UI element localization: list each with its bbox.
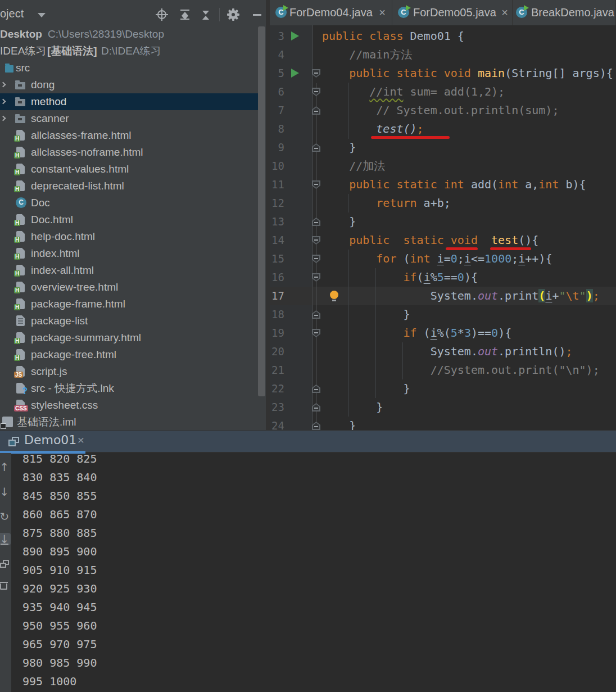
- gutter-border: [312, 25, 313, 430]
- tree-item-scanner[interactable]: scanner: [0, 110, 258, 127]
- line-number-3: 3: [270, 27, 284, 46]
- scroll-up-icon[interactable]: ↑: [0, 461, 11, 473]
- html-file-icon: H: [16, 180, 25, 191]
- scroll-to-end-icon[interactable]: ↓: [0, 533, 11, 545]
- editor-tab-fordemo04-java[interactable]: CForDemo04.java×: [270, 0, 392, 25]
- tree-label: package-list: [31, 313, 88, 329]
- tree-item-src-lnk[interactable]: ?src - 快捷方式.lnk: [0, 380, 258, 397]
- tree-item-method[interactable]: method: [0, 93, 258, 110]
- tree-item-index-all-html[interactable]: Hindex-all.html: [0, 262, 258, 279]
- chevron-right-icon[interactable]: [1, 116, 6, 121]
- fold-marker-icon[interactable]: [312, 422, 320, 430]
- code-line-16: if(i%5==0){: [322, 268, 478, 287]
- text-file-icon: [16, 315, 25, 326]
- tree-label: stylesheet.css: [31, 397, 98, 414]
- code-line-5: public static void main(String[] args){: [322, 64, 613, 83]
- project-scrollbar[interactable]: [258, 26, 265, 396]
- tree-item-deprecated-list-html[interactable]: Hdeprecated-list.html: [0, 178, 258, 195]
- java-class-icon: C: [516, 7, 527, 18]
- tree-label: allclasses-noframe.html: [31, 144, 143, 161]
- fold-marker-icon[interactable]: [312, 106, 320, 115]
- tab-label: ForDemo04.java: [289, 0, 373, 25]
- line-number-4: 4: [270, 46, 284, 64]
- fold-marker-icon[interactable]: [312, 329, 320, 337]
- editor-tab-fordemo05-java[interactable]: CForDemo05.java×: [392, 0, 513, 25]
- collapse-all-icon[interactable]: [200, 8, 212, 21]
- tree-label: index.html: [31, 245, 80, 262]
- line-number-19: 19: [270, 324, 284, 342]
- tree-label: help-doc.html: [31, 228, 95, 245]
- tree-item-script-js[interactable]: JSscript.js: [0, 363, 258, 380]
- console-line: 965 970 975: [22, 635, 97, 654]
- console-line: 890 895 900: [22, 542, 97, 561]
- fold-marker-icon[interactable]: [312, 143, 320, 152]
- line-number-9: 9: [270, 138, 284, 157]
- close-icon[interactable]: ×: [377, 7, 388, 18]
- tree-item-allclasses-frame-html[interactable]: Hallclasses-frame.html: [0, 127, 258, 144]
- tree-item-overview-tree-html[interactable]: Hoverview-tree.html: [0, 279, 258, 296]
- panel-splitter[interactable]: [266, 0, 270, 430]
- run-icon[interactable]: [291, 31, 299, 40]
- fold-marker-icon[interactable]: [312, 218, 320, 226]
- clear-icon[interactable]: [0, 581, 8, 590]
- close-icon[interactable]: ×: [499, 7, 510, 18]
- tree-item--iml[interactable]: 基础语法.iml: [0, 414, 258, 430]
- fold-marker-icon[interactable]: [312, 69, 320, 78]
- hide-panel-icon[interactable]: [251, 8, 264, 21]
- toolbar-separator: [219, 8, 220, 21]
- fold-marker-icon[interactable]: [312, 310, 320, 319]
- console-line: 875 880 885: [22, 524, 97, 542]
- tree-item-desktop[interactable]: DesktopC:\Users\28319\Desktop: [0, 26, 258, 43]
- tree-item-doc[interactable]: CDoc: [0, 195, 258, 211]
- tree-item-stylesheet-css[interactable]: CSSstylesheet.css: [0, 397, 258, 414]
- tree-item-help-doc-html[interactable]: Hhelp-doc.html: [0, 228, 258, 245]
- tree-item-allclasses-noframe-html[interactable]: Hallclasses-noframe.html: [0, 144, 258, 161]
- tree-item-package-list[interactable]: package-list: [0, 313, 258, 329]
- editor: CForDemo04.java×CForDemo05.java×CBreakDe…: [270, 0, 616, 430]
- tree-item-package-summary-html[interactable]: Hpackage-summary.html: [0, 329, 258, 346]
- fold-marker-icon[interactable]: [312, 403, 320, 411]
- rerun-icon[interactable]: ↻: [0, 510, 11, 523]
- html-file-icon: H: [16, 349, 25, 360]
- project-panel-header: oject: [0, 0, 266, 26]
- scroll-down-icon[interactable]: ↓: [0, 486, 11, 498]
- tree-label: allclasses-frame.html: [31, 127, 131, 144]
- fold-marker-icon[interactable]: [312, 88, 320, 96]
- html-file-icon: H: [16, 164, 25, 174]
- folder-icon: [15, 99, 25, 106]
- line-number-18: 18: [270, 305, 284, 324]
- fold-marker-icon[interactable]: [312, 236, 320, 245]
- tree-item-constant-values-html[interactable]: Hconstant-values.html: [0, 161, 258, 178]
- console-line: 995 1000: [22, 672, 76, 691]
- tree-item-package-tree-html[interactable]: Hpackage-tree.html: [0, 346, 258, 363]
- line-number-17: 17: [270, 287, 284, 305]
- code-line-18: }: [322, 305, 410, 324]
- run-icon[interactable]: [291, 69, 299, 78]
- console-tab-close-icon[interactable]: ×: [75, 431, 87, 449]
- locate-icon[interactable]: [156, 8, 168, 21]
- chevron-down-icon[interactable]: [38, 13, 46, 17]
- console-line: 815 820 825: [22, 450, 97, 468]
- tree-item-src[interactable]: src: [0, 60, 258, 76]
- line-number-8: 8: [270, 120, 284, 138]
- tree-label: index-all.html: [31, 262, 94, 279]
- tree-item-doc-html[interactable]: HDoc.html: [0, 211, 258, 228]
- tree-item-index-html[interactable]: Hindex.html: [0, 245, 258, 262]
- chevron-right-icon[interactable]: [1, 99, 6, 105]
- code-line-12: return a+b;: [322, 194, 451, 212]
- console-tab-label[interactable]: Demo01: [24, 431, 76, 449]
- tree-label: src - 快捷方式.lnk: [31, 380, 114, 397]
- fold-marker-icon[interactable]: [312, 180, 320, 189]
- fold-marker-icon[interactable]: [312, 255, 320, 263]
- tree-item-dong[interactable]: dong: [0, 76, 258, 93]
- expand-all-icon[interactable]: [179, 8, 191, 21]
- editor-tab-breakdemo-java[interactable]: CBreakDemo.java: [513, 0, 616, 25]
- print-icon[interactable]: [0, 560, 9, 568]
- tree-item-package-frame-html[interactable]: Hpackage-frame.html: [0, 296, 258, 313]
- fold-marker-icon[interactable]: [312, 385, 320, 393]
- chevron-right-icon[interactable]: [1, 82, 6, 88]
- fold-marker-icon[interactable]: [312, 273, 320, 282]
- settings-icon[interactable]: [227, 8, 239, 21]
- tree-item-idea-[interactable]: IDEA练习[基础语法]D:\IDEA练习: [0, 43, 258, 60]
- html-file-icon: H: [16, 147, 25, 157]
